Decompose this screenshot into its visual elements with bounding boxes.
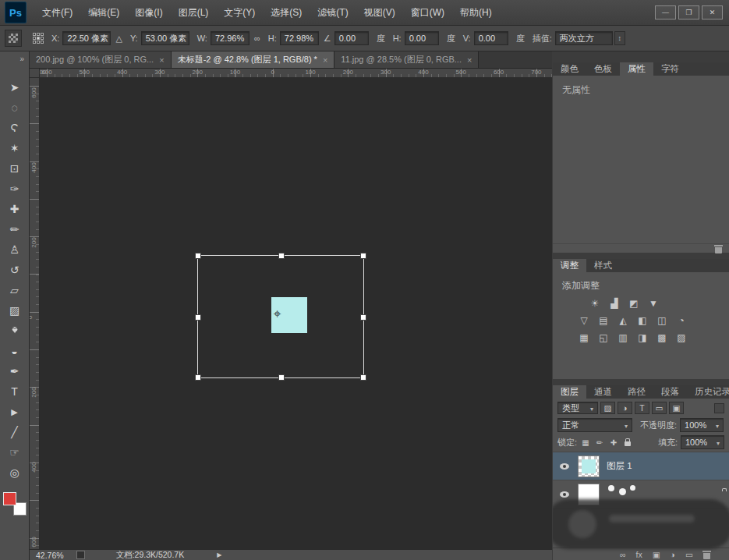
close-button[interactable]: ✕ (702, 5, 723, 19)
hand-tool[interactable]: ☞ (5, 442, 25, 463)
lock-pixels-icon[interactable]: ✏ (594, 438, 605, 447)
lasso-tool[interactable]: Ϛ (5, 118, 25, 138)
blur-tool[interactable]: ♠ (5, 321, 25, 341)
transform-handle-se[interactable] (360, 374, 366, 381)
path-selection-tool[interactable]: ▶ (5, 402, 25, 422)
move-tool[interactable]: ➤ (5, 77, 25, 97)
channel-mixer-icon[interactable]: ◔ (674, 314, 689, 327)
transform-handle-sw[interactable] (195, 374, 201, 381)
menu-help[interactable]: 帮助(H) (452, 0, 500, 25)
brush-tool[interactable]: ✏ (5, 219, 25, 239)
transform-handle-nw[interactable] (195, 253, 201, 259)
eyedropper-tool[interactable]: ✑ (5, 179, 25, 199)
menu-select[interactable]: 选择(S) (263, 0, 310, 25)
tab-paths[interactable]: 路径 (620, 385, 653, 399)
fill-select[interactable]: 100% (681, 435, 724, 449)
new-group-icon[interactable]: ▭ (685, 550, 693, 559)
lock-transparency-icon[interactable]: ▦ (580, 438, 591, 447)
magic-wand-tool[interactable]: ✶ (5, 138, 25, 158)
tab-properties[interactable]: 属性 (620, 62, 653, 76)
horizontal-ruler[interactable]: 0060050040030020010001002003004005006007… (40, 69, 552, 78)
status-expand-icon[interactable]: ▶ (217, 551, 221, 558)
link-dimensions-icon[interactable]: ∞ (254, 34, 260, 43)
layer-mask-icon[interactable]: ▣ (653, 550, 660, 559)
doc-tab-3[interactable]: 11.jpg @ 28.5% (图层 0, RGB... × (334, 51, 479, 68)
menu-file[interactable]: 文件(F) (34, 0, 80, 25)
marquee-tool[interactable]: ◌ (5, 97, 25, 118)
black-white-icon[interactable]: ◧ (635, 314, 650, 327)
pen-tool[interactable]: ✒ (5, 361, 25, 381)
filter-kind-select[interactable]: 类型 (557, 402, 598, 414)
minimize-button[interactable]: — (655, 5, 676, 19)
gradient-tool[interactable]: ▨ (5, 300, 25, 321)
delta-icon[interactable]: △ (115, 34, 122, 44)
ruler-corner[interactable] (30, 69, 40, 78)
filter-shape-layers-icon[interactable]: ▭ (652, 402, 667, 414)
collapse-toolbox-icon[interactable]: » (19, 54, 24, 65)
zoom-tool[interactable]: ◎ (5, 463, 25, 483)
gradient-map-icon[interactable]: ▩ (654, 331, 670, 344)
transform-handle-ne[interactable] (360, 253, 366, 259)
interpolation-select[interactable]: 两次立方 (555, 31, 613, 45)
filter-smart-objects-icon[interactable]: ▣ (669, 402, 684, 414)
trash-icon[interactable] (715, 247, 722, 253)
transform-handle-e[interactable] (360, 314, 366, 321)
layer-thumbnail[interactable] (578, 455, 600, 477)
y-position-field[interactable]: 53.00 像素 (141, 31, 189, 45)
tab-adjustments[interactable]: 调整 (553, 259, 586, 272)
color-lookup-icon[interactable]: ▦ (576, 331, 592, 344)
eraser-tool[interactable]: ▱ (5, 280, 25, 300)
history-brush-tool[interactable]: ↺ (5, 260, 25, 280)
close-tab-icon[interactable]: × (159, 55, 164, 65)
transform-handle-n[interactable] (278, 253, 285, 259)
lock-all-icon[interactable] (622, 438, 633, 446)
filter-type-layers-icon[interactable]: T (635, 402, 649, 414)
menu-window[interactable]: 窗口(W) (403, 0, 452, 25)
brightness-contrast-icon[interactable]: ☀ (587, 297, 603, 310)
color-balance-icon[interactable]: ◭ (615, 314, 631, 327)
v-skew-field[interactable]: 0.00 (474, 31, 508, 45)
line-tool[interactable]: ╱ (5, 422, 25, 442)
menu-edit[interactable]: 编辑(E) (80, 0, 127, 25)
h-skew-field[interactable]: 0.00 (405, 31, 439, 45)
tab-history[interactable]: 历史记录 (687, 385, 729, 399)
tool-preset-icon[interactable] (5, 30, 22, 47)
x-position-field[interactable]: 22.50 像素 (62, 31, 111, 45)
dodge-tool[interactable]: ◒ (5, 341, 25, 361)
photo-filter-icon[interactable]: ◫ (654, 314, 670, 327)
posterize-icon[interactable]: ▥ (615, 331, 631, 344)
tab-color[interactable]: 颜色 (553, 62, 586, 76)
doc-tab-2-active[interactable]: 未标题-2 @ 42.8% (图层 1, RGB/8) * × (172, 51, 335, 68)
width-scale-field[interactable]: 72.96% (211, 31, 249, 45)
tab-character[interactable]: 字符 (653, 62, 687, 76)
layer-name[interactable]: 图层 1 (607, 460, 632, 472)
transform-handle-w[interactable] (195, 314, 201, 321)
exposure-icon[interactable]: ▼ (646, 297, 661, 310)
vertical-ruler[interactable]: 6004002000200400600 (30, 78, 40, 549)
filter-adjustment-layers-icon[interactable]: ◑ (618, 402, 632, 414)
height-scale-field[interactable]: 72.98% (280, 31, 319, 45)
canvas-area[interactable]: ⌖ (40, 78, 552, 549)
menu-layer[interactable]: 图层(L) (171, 0, 217, 25)
blend-mode-select[interactable]: 正常 (557, 418, 632, 432)
rotation-field[interactable]: 0.00 (334, 31, 369, 45)
delete-layer-icon[interactable] (703, 553, 710, 559)
tab-swatches[interactable]: 色板 (586, 62, 620, 76)
new-adjustment-layer-icon[interactable]: ◑ (671, 550, 675, 559)
menu-view[interactable]: 视图(V) (356, 0, 403, 25)
layer-style-fx-icon[interactable]: fx (636, 550, 642, 559)
selective-color-icon[interactable]: ▨ (674, 331, 689, 344)
maximize-button[interactable]: ❐ (678, 5, 699, 19)
interpolation-spinner-icon[interactable]: ↕ (614, 31, 625, 45)
vibrance-icon[interactable]: ▽ (576, 314, 592, 327)
layer-row-1[interactable]: 图层 1 (553, 452, 729, 480)
lock-position-icon[interactable]: ✚ (608, 438, 619, 447)
tab-styles[interactable]: 样式 (586, 259, 620, 272)
transform-handle-s[interactable] (278, 374, 285, 381)
link-layers-icon[interactable]: ∞ (620, 550, 626, 559)
menu-image[interactable]: 图像(I) (127, 0, 170, 25)
threshold-icon[interactable]: ◨ (635, 331, 650, 344)
filter-pixel-layers-icon[interactable]: ▨ (600, 402, 615, 414)
close-tab-icon[interactable]: × (467, 55, 472, 65)
curves-icon[interactable]: ◩ (626, 297, 642, 310)
